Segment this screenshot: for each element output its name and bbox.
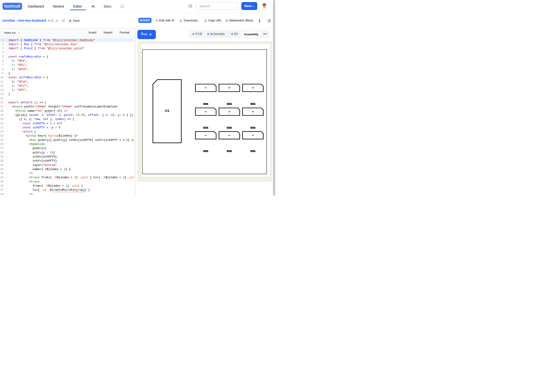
svg-text:K3: K3 bbox=[252, 134, 254, 136]
svg-text:K5: K5 bbox=[228, 111, 230, 112]
svg-text:K6: K6 bbox=[252, 111, 254, 112]
svg-text:K4: K4 bbox=[205, 111, 207, 112]
svg-text:K7: K7 bbox=[205, 87, 207, 89]
svg-text:U1: U1 bbox=[165, 109, 169, 112]
svg-text:K8: K8 bbox=[228, 87, 230, 89]
svg-text:K2: K2 bbox=[228, 134, 230, 136]
svg-text:K1: K1 bbox=[205, 134, 207, 136]
svg-text:K9: K9 bbox=[252, 87, 254, 89]
